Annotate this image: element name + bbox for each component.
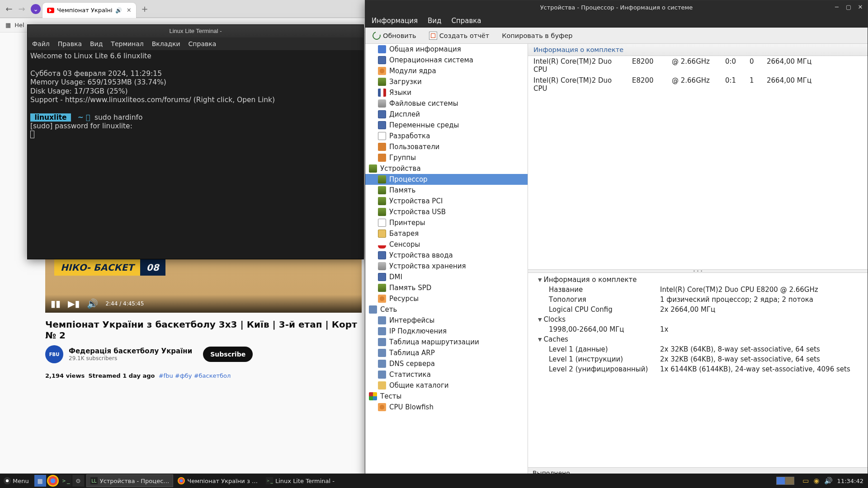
terminal-cursor [30, 131, 34, 138]
detail-pane[interactable]: ▼Информация о комплекте НазваниеIntel(R)… [528, 273, 868, 467]
menu-file[interactable]: Файл [32, 40, 50, 47]
tree-item[interactable]: Статистика [365, 369, 528, 380]
refresh-button[interactable]: Обновить [370, 30, 419, 42]
detail-row: Level 1 (данные)2x 32KB (64KB), 8-way se… [528, 344, 868, 354]
tree-item[interactable]: Файловые системы [365, 98, 528, 109]
menu-help[interactable]: Справка [451, 17, 481, 25]
detail-section[interactable]: ▼Информация о комплекте [528, 275, 868, 285]
hardinfo-title: Устройства - Процессор - Информация о си… [365, 0, 868, 14]
tab-group-icon[interactable]: ⌄ [31, 4, 41, 14]
copy-button[interactable]: Копировать в буфер [499, 30, 575, 41]
channel-row: FBU Федерація баскетболу України 29.1K s… [45, 345, 362, 363]
tree-item[interactable]: Пользователи [365, 141, 528, 152]
next-icon[interactable]: ▶▮ [68, 298, 80, 309]
browser-tab[interactable]: Чемпіонат Україні 🔊 ✕ [42, 3, 136, 18]
cpu-list[interactable]: Intel(R) Core(TM)2 Duo CPUE8200@ 2.66GHz… [528, 56, 868, 269]
tree-item[interactable]: Сенсоры [365, 239, 528, 250]
task-icon: LL [90, 477, 98, 484]
tree-item[interactable]: Модули ядра [365, 66, 528, 76]
hardinfo-window[interactable]: Устройства - Процессор - Информация о си… [365, 0, 868, 479]
tree-item[interactable]: Ресурсы [365, 293, 528, 304]
tree-item[interactable]: Устройства ввода [365, 250, 528, 261]
tree-item[interactable]: Интерфейсы [365, 315, 528, 326]
menu-info[interactable]: Информация [372, 17, 418, 25]
tree-item[interactable]: Память SPD [365, 282, 528, 293]
tree-item[interactable]: Устройства PCI [365, 196, 528, 206]
pause-icon[interactable]: ▮▮ [51, 298, 61, 309]
tree-item-icon [378, 110, 386, 118]
taskbar-task[interactable]: LLУстройства - Процес… [86, 474, 174, 487]
detail-section[interactable]: ▼Caches [528, 334, 868, 344]
terminal-window[interactable]: Linux Lite Terminal - Файл Правка Вид Те… [27, 24, 364, 259]
detail-row: Logical CPU Config2x 2664,00 МГц [528, 305, 868, 314]
tree-item[interactable]: DMI [365, 272, 528, 282]
launcher-files-icon[interactable]: ▦ [34, 475, 46, 487]
clock[interactable]: 11:34:42 [837, 478, 863, 484]
launcher-chrome-icon[interactable] [47, 475, 59, 487]
tree-item[interactable]: Операционная система [365, 55, 528, 66]
bookmark-item[interactable]: Hel [14, 22, 24, 28]
tab-close-icon[interactable]: ✕ [127, 7, 132, 14]
detail-section[interactable]: ▼Clocks [528, 314, 868, 324]
tree-item[interactable]: Таблица ARP [365, 347, 528, 358]
menu-tabs[interactable]: Вкладки [152, 40, 180, 47]
tray-battery-icon[interactable]: ▭ [802, 477, 809, 485]
menu-help[interactable]: Справка [189, 40, 217, 47]
tree-item[interactable]: Дисплей [365, 109, 528, 120]
launcher-settings-icon[interactable]: ⚙ [72, 475, 84, 487]
splitter-handle[interactable]: • • • [528, 269, 868, 273]
tree-item[interactable]: Процессор [365, 174, 528, 185]
menu-terminal[interactable]: Терминал [111, 40, 143, 47]
new-tab-icon[interactable]: + [142, 4, 148, 14]
channel-name[interactable]: Федерація баскетболу України [69, 347, 192, 355]
tree-item[interactable]: Переменные среды [365, 120, 528, 131]
tray-update-icon[interactable]: ◉ [814, 477, 820, 485]
tree-item[interactable]: Устройства USB [365, 206, 528, 217]
channel-subs: 29.1K subscribers [69, 355, 192, 361]
tray-volume-icon[interactable]: 🔊 [824, 477, 833, 485]
tree-item[interactable]: CPU Blowfish [365, 402, 528, 413]
tree-item[interactable]: IP Подключения [365, 326, 528, 337]
maximize-icon[interactable]: ▢ [844, 3, 853, 11]
menu-edit[interactable]: Правка [58, 40, 82, 47]
tree-category[interactable]: Тесты [365, 391, 528, 402]
menu-view[interactable]: Вид [90, 40, 103, 47]
start-menu-button[interactable]: Menu [0, 477, 33, 484]
tree-item[interactable]: Группы [365, 152, 528, 163]
nav-forward-icon[interactable]: → [16, 4, 27, 14]
report-button[interactable]: Создать отчёт [426, 30, 492, 42]
tree-item[interactable]: Загрузки [365, 76, 528, 87]
tree-item[interactable]: Общие каталоги [365, 380, 528, 391]
tree-item-icon [378, 154, 386, 162]
tree-category[interactable]: Сеть [365, 304, 528, 315]
channel-avatar[interactable]: FBU [45, 345, 63, 363]
tree-item[interactable]: Память [365, 185, 528, 196]
workspace-switcher[interactable] [776, 477, 794, 485]
video-time: 2:44 / 4:45:45 [105, 300, 144, 307]
tree-item[interactable]: DNS сервера [365, 358, 528, 369]
list-row[interactable]: Intel(R) Core(TM)2 Duo CPUE8200@ 2.66GHz… [528, 56, 868, 75]
volume-icon[interactable]: 🔊 [87, 298, 98, 309]
detail-row: Level 1 (инструкции)2x 32KB (64KB), 8-wa… [528, 354, 868, 364]
tree-item[interactable]: Устройства хранения [365, 261, 528, 272]
list-row[interactable]: Intel(R) Core(TM)2 Duo CPUE8200@ 2.66GHz… [528, 75, 868, 94]
tab-audio-icon[interactable]: 🔊 [115, 7, 122, 14]
hardinfo-tree[interactable]: Общая информацияОперационная системаМоду… [365, 44, 528, 479]
tree-item[interactable]: Принтеры [365, 217, 528, 228]
menu-view[interactable]: Вид [428, 17, 441, 25]
taskbar-task[interactable]: Чемпіонат України з … [174, 474, 261, 487]
tree-item[interactable]: Таблица маршрутизации [365, 337, 528, 347]
minimize-icon[interactable]: ─ [832, 3, 841, 11]
launcher-terminal-icon[interactable]: ＞_ [60, 475, 71, 487]
tree-category[interactable]: Устройства [365, 163, 528, 174]
subscribe-button[interactable]: Subscribe [203, 347, 253, 362]
tree-item[interactable]: Языки [365, 87, 528, 98]
tree-item[interactable]: Разработка [365, 131, 528, 141]
refresh-icon [371, 30, 382, 41]
tree-item[interactable]: Батарея [365, 228, 528, 239]
taskbar-task[interactable]: ＞_Linux Lite Terminal - [262, 474, 338, 487]
tree-item[interactable]: Общая информация [365, 44, 528, 55]
nav-back-icon[interactable]: ← [4, 4, 14, 14]
terminal-body[interactable]: Welcome to Linux Lite 6.6 linuxlite Субб… [28, 50, 363, 143]
close-icon[interactable]: ✕ [856, 3, 865, 11]
